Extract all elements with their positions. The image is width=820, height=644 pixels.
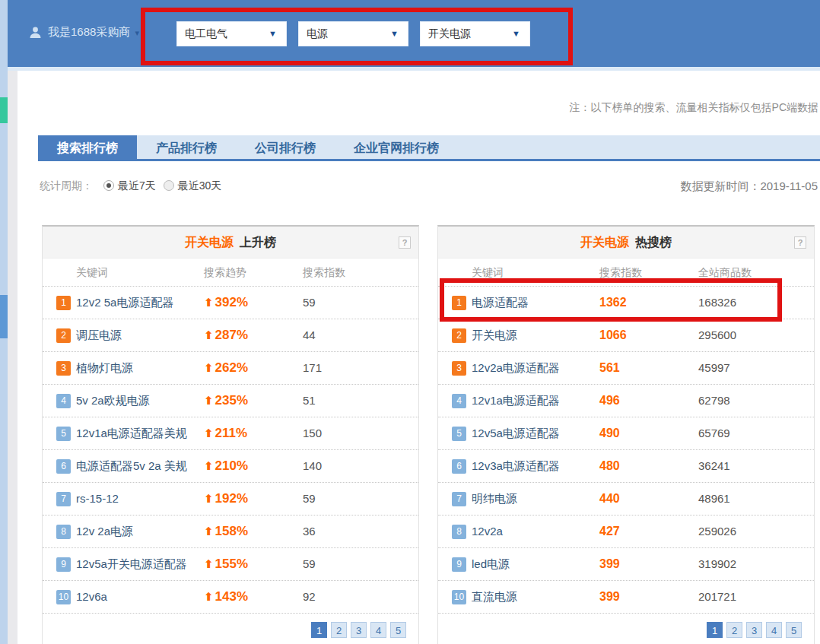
tab-product-ranking[interactable]: 产品排行榜 bbox=[137, 135, 236, 161]
rank-badge: 10 bbox=[452, 590, 466, 604]
keyword-link[interactable]: 直流电源 bbox=[472, 581, 517, 613]
user-menu[interactable]: 我是1688采购商▾ bbox=[29, 25, 139, 43]
keyword-link[interactable]: 电源适配器5v 2a 美规 bbox=[76, 450, 187, 482]
trend-percent: 143% bbox=[215, 589, 248, 604]
category-dropdown[interactable]: 电源▼ bbox=[298, 21, 408, 46]
trend-percent: 211% bbox=[215, 426, 248, 440]
keyword-link[interactable]: 开关电源 bbox=[472, 319, 517, 351]
keyword-link[interactable]: 12v 2a电源 bbox=[76, 516, 133, 547]
dropdown-selected-value: 电工电气 bbox=[185, 22, 227, 46]
tab-website-ranking[interactable]: 企业官网排行榜 bbox=[335, 135, 458, 161]
category-dropdown[interactable]: 电工电气▼ bbox=[176, 21, 287, 46]
keyword-link[interactable]: 植物灯电源 bbox=[76, 352, 133, 384]
search-index-value: 496 bbox=[599, 385, 620, 417]
hot-table-title: 开关电源热搜榜 ? bbox=[438, 227, 814, 259]
table-row[interactable]: 6电源适配器5v 2a 美规⬆210%140 bbox=[43, 450, 418, 483]
rank-badge: 10 bbox=[56, 590, 71, 604]
table-row[interactable]: 7rs-15-12⬆192%59 bbox=[43, 483, 418, 516]
table-row[interactable]: 2开关电源1066295600 bbox=[438, 319, 814, 352]
help-icon[interactable]: ? bbox=[794, 236, 806, 249]
table-row[interactable]: 512v5a电源适配器49065769 bbox=[438, 417, 814, 450]
user-icon bbox=[29, 26, 42, 39]
title-suffix: 上升榜 bbox=[240, 236, 276, 249]
trend-value: ⬆287% bbox=[204, 319, 248, 351]
keyword-link[interactable]: 12v1a电源适配器 bbox=[472, 385, 560, 417]
keyword-link[interactable]: 12v1a电源适配器美规 bbox=[76, 417, 187, 449]
table-row[interactable]: 45v 2a欧规电源⬆235%51 bbox=[43, 385, 418, 417]
product-count-value: 65769 bbox=[698, 417, 730, 449]
keyword-link[interactable]: 12v6a bbox=[76, 581, 107, 613]
radio-selected[interactable] bbox=[103, 180, 114, 191]
rank-badge: 7 bbox=[452, 492, 466, 506]
page-button-1[interactable]: 1 bbox=[311, 622, 327, 638]
rising-table-header: 关键词 搜索趋势 搜索指数 bbox=[43, 259, 418, 287]
table-row[interactable]: 10直流电源399201721 bbox=[438, 581, 814, 614]
keyword-link[interactable]: 12v5a开关电源适配器 bbox=[76, 548, 187, 580]
keyword-link[interactable]: 12v2a bbox=[472, 516, 503, 547]
table-row[interactable]: 812v 2a电源⬆158%36 bbox=[43, 516, 418, 548]
tab-company-ranking[interactable]: 公司排行榜 bbox=[236, 135, 335, 161]
product-count-value: 48961 bbox=[698, 483, 730, 515]
page-button-2[interactable]: 2 bbox=[726, 622, 742, 638]
page-button-4[interactable]: 4 bbox=[370, 622, 386, 638]
page-button-5[interactable]: 5 bbox=[786, 622, 802, 638]
radio-unselected[interactable] bbox=[164, 180, 174, 191]
keyword-link[interactable]: 12v2a电源适配器 bbox=[472, 352, 560, 384]
keyword-link[interactable]: 12v5a电源适配器 bbox=[472, 417, 560, 449]
category-dropdown[interactable]: 开关电源▼ bbox=[420, 21, 530, 46]
table-row[interactable]: 9led电源399319902 bbox=[438, 548, 814, 581]
keyword-link[interactable]: 调压电源 bbox=[76, 319, 122, 351]
table-row[interactable]: 812v2a427259026 bbox=[438, 516, 814, 548]
rising-table-title: 开关电源上升榜 ? bbox=[43, 227, 418, 259]
search-index-value: 44 bbox=[303, 319, 316, 351]
table-row[interactable]: 2调压电源⬆287%44 bbox=[43, 319, 418, 352]
product-count-value: 45997 bbox=[698, 352, 730, 384]
user-menu-label: 我是1688采购商 bbox=[48, 25, 130, 38]
trend-percent: 287% bbox=[215, 328, 248, 342]
tab-search-ranking[interactable]: 搜索排行榜 bbox=[38, 135, 137, 161]
trend-value: ⬆192% bbox=[204, 483, 248, 515]
page-button-5[interactable]: 5 bbox=[390, 622, 406, 638]
header-divider bbox=[8, 67, 820, 71]
keyword-link[interactable]: 12v3a电源适配器 bbox=[472, 450, 560, 482]
rising-table-pagination: 12345 bbox=[43, 614, 418, 638]
page-button-2[interactable]: 2 bbox=[331, 622, 347, 638]
keyword-link[interactable]: rs-15-12 bbox=[76, 483, 119, 515]
trend-value: ⬆155% bbox=[204, 548, 248, 580]
rising-rank-table: 开关电源上升榜 ? 关键词 搜索趋势 搜索指数 112v2 5a电源适配器⬆39… bbox=[42, 225, 419, 644]
column-header-keyword: 关键词 bbox=[472, 259, 504, 287]
table-row[interactable]: 912v5a开关电源适配器⬆155%59 bbox=[43, 548, 418, 581]
trend-percent: 235% bbox=[215, 393, 248, 408]
table-row[interactable]: 3植物灯电源⬆262%171 bbox=[43, 352, 418, 385]
table-row[interactable]: 7明纬电源44048961 bbox=[438, 483, 814, 516]
table-row[interactable]: 112v2 5a电源适配器⬆392%59 bbox=[43, 287, 418, 319]
page-button-3[interactable]: 3 bbox=[351, 622, 367, 638]
table-row[interactable]: 412v1a电源适配器49662798 bbox=[438, 385, 814, 417]
table-row[interactable]: 612v3a电源适配器48036241 bbox=[438, 450, 814, 483]
table-row[interactable]: 1电源适配器1362168326 bbox=[438, 287, 814, 319]
page-button-3[interactable]: 3 bbox=[746, 622, 762, 638]
page-button-4[interactable]: 4 bbox=[766, 622, 782, 638]
search-index-value: 171 bbox=[303, 352, 322, 384]
product-count-value: 201721 bbox=[698, 581, 736, 613]
rank-badge: 5 bbox=[452, 427, 466, 441]
up-arrow-icon: ⬆ bbox=[204, 328, 214, 341]
up-arrow-icon: ⬆ bbox=[204, 590, 214, 603]
chevron-down-icon: ▾ bbox=[135, 28, 139, 37]
table-row[interactable]: 312v2a电源适配器56145997 bbox=[438, 352, 814, 385]
trend-percent: 192% bbox=[215, 491, 248, 506]
chevron-down-icon: ▼ bbox=[269, 22, 277, 46]
search-index-value: 59 bbox=[303, 483, 316, 515]
keyword-link[interactable]: 电源适配器 bbox=[472, 287, 529, 319]
page-button-1[interactable]: 1 bbox=[707, 622, 723, 638]
keyword-link[interactable]: 5v 2a欧规电源 bbox=[76, 385, 150, 417]
up-arrow-icon: ⬆ bbox=[204, 361, 214, 374]
keyword-link[interactable]: 明纬电源 bbox=[472, 483, 517, 515]
help-icon[interactable]: ? bbox=[399, 236, 411, 249]
keyword-link[interactable]: 12v2 5a电源适配器 bbox=[76, 287, 173, 319]
keyword-link[interactable]: led电源 bbox=[472, 548, 510, 580]
table-row[interactable]: 512v1a电源适配器美规⬆211%150 bbox=[43, 417, 418, 450]
product-count-value: 259026 bbox=[698, 516, 736, 547]
table-row[interactable]: 1012v6a⬆143%92 bbox=[43, 581, 418, 614]
trend-value: ⬆158% bbox=[204, 516, 248, 547]
